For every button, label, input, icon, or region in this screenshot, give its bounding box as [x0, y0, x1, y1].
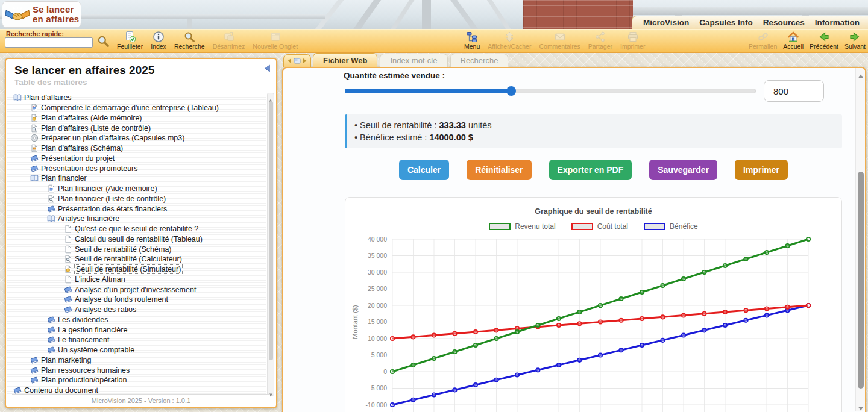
scroll-up-icon[interactable]	[858, 70, 864, 76]
envelope-icon	[554, 31, 566, 43]
toc-item[interactable]: Plan marketing	[7, 355, 266, 366]
toc-item[interactable]: Plan d'affaires (Aide mémoire)	[7, 113, 266, 123]
handshake-icon	[5, 4, 30, 25]
document-check-icon	[124, 31, 136, 43]
legend-item-benefice: Bénéfice	[644, 222, 698, 231]
document-icon	[64, 225, 72, 233]
legend-swatch	[644, 223, 665, 230]
header-photo-decoration	[447, 0, 486, 29]
toolbar-button-feuilleter[interactable]: Feuilleter	[117, 31, 143, 50]
slider-thumb[interactable]	[506, 86, 516, 96]
toc-item[interactable]: Plan financier (Aide mémoire)	[7, 184, 266, 194]
toc-item[interactable]: Seuil de rentabilité (Simulateur)	[7, 264, 266, 275]
app-logo-line1: Se lancer	[33, 5, 79, 14]
toc-scrollbar-thumb[interactable]	[269, 101, 273, 360]
home-icon	[787, 31, 799, 43]
open-book-icon	[47, 214, 55, 223]
blue-book-icon	[47, 205, 55, 213]
quick-search-input[interactable]	[5, 37, 93, 48]
toc-item[interactable]: Analyse des ratios	[7, 305, 266, 315]
toc-item[interactable]: Plan financier	[7, 173, 266, 184]
toolbar-button-precedent[interactable]: Précédent	[810, 31, 838, 50]
toc-item-label: Analyse du fonds roulement	[75, 295, 168, 304]
exporter-en-pdf-button[interactable]: Exporter en PDF	[549, 160, 632, 180]
slider-fill	[345, 89, 511, 93]
share-icon	[594, 31, 606, 43]
tab-recherche[interactable]: Recherche	[450, 54, 509, 67]
toc-item[interactable]: Les dividendes	[7, 315, 266, 325]
tab-index-mot-cle[interactable]: Index mot-clé	[380, 54, 447, 67]
toc-item-label: Analyse d'un projet d'investissement	[75, 286, 196, 294]
toc-item[interactable]: Plan d'affaires (Schéma)	[7, 143, 266, 154]
collapse-sidebar-icon[interactable]	[264, 64, 271, 72]
tab-scroll-left-icon[interactable]	[287, 55, 292, 66]
toolbar-button-index[interactable]: Index	[151, 31, 166, 50]
menu-item-resources[interactable]: Resources	[763, 18, 805, 27]
toolbar-button-menu[interactable]: Menu	[464, 31, 480, 50]
scroll-up-icon[interactable]	[268, 95, 273, 99]
toc-item[interactable]: Plan d'affaires (Liste de contrôle)	[7, 123, 266, 133]
sidebar-divider	[6, 92, 276, 92]
toc-item[interactable]: Seuil de rentabilité (Schéma)	[7, 244, 266, 254]
tab-scroller[interactable]	[283, 54, 311, 67]
imprimer-button[interactable]: Imprimer	[735, 160, 788, 180]
toc-item-label: Plan d'affaires (Liste de contrôle)	[41, 124, 151, 133]
content-scrollbar-thumb[interactable]	[858, 172, 864, 389]
toolbar-button-recherche[interactable]: Recherche	[174, 31, 205, 50]
scroll-down-icon[interactable]	[858, 403, 864, 408]
calculer-button[interactable]: Calculer	[399, 160, 449, 180]
toolbar-button-accueil[interactable]: Accueil	[783, 31, 804, 50]
toc-item[interactable]: Plan financier (Liste de contrôle)	[7, 194, 266, 204]
blue-book-icon	[30, 154, 39, 163]
menu-item-capsules-info[interactable]: Capsules Info	[699, 18, 753, 27]
result-value: 333.33	[439, 120, 466, 130]
quantity-input[interactable]	[764, 80, 824, 102]
toc-item[interactable]: Le financement	[7, 335, 266, 345]
toc-item[interactable]: Analyse financière	[7, 214, 266, 224]
tab-list-icon[interactable]	[294, 55, 301, 66]
sauvegarder-button[interactable]: Sauvegarder	[649, 160, 717, 180]
tab-scroll-right-icon[interactable]	[303, 55, 307, 66]
menu-item-information[interactable]: Information	[815, 18, 860, 27]
toc-item[interactable]: L'indice Altman	[7, 275, 266, 285]
toc-item[interactable]: Analyse du fonds roulement	[7, 295, 266, 305]
toc-item[interactable]: Analyse d'un projet d'investissement	[7, 284, 266, 295]
toc-item[interactable]: Présentation du projet	[7, 154, 266, 164]
link-icon	[757, 31, 769, 43]
audio-icon	[30, 134, 39, 142]
toc-item[interactable]: Plan production/opération	[7, 375, 266, 385]
toc-scrollbar[interactable]	[267, 93, 274, 396]
svg-text:10 000: 10 000	[368, 335, 387, 342]
quantity-slider[interactable]	[345, 86, 756, 96]
toc-item[interactable]: Calcul du seuil de rentabilité (Tableau)	[7, 234, 266, 245]
quick-search-icon[interactable]	[96, 34, 110, 48]
toc-item[interactable]: La gestion financière	[7, 325, 266, 335]
app-logo-text: Se lancer en affaires	[33, 5, 79, 24]
toc-item[interactable]: Préparer un plan d'affaires (Capsules mp…	[7, 133, 266, 143]
toolbar-button-label: Désarrimez	[213, 43, 245, 50]
reinitialiser-button[interactable]: Réinitialiser	[467, 160, 531, 180]
document-note-icon	[64, 265, 72, 273]
menu-item-microvision[interactable]: MicroVision	[643, 18, 689, 27]
tab-fichier-web[interactable]: Fichier Web	[313, 53, 377, 67]
toc-item[interactable]: Comprendre le démarrage d'une entreprise…	[7, 103, 266, 113]
toc-item[interactable]: Plan d'affaires	[7, 93, 266, 103]
toolbar-button-label: Partager	[588, 43, 612, 50]
svg-text:40 000: 40 000	[368, 236, 387, 243]
toc-item[interactable]: Présentation des états financiers	[7, 204, 266, 214]
toc-item[interactable]: Plan ressources humaines	[7, 365, 266, 375]
toolbar-group-navigation: FeuilleterIndexRechercheDésarrimezNouvel…	[117, 31, 298, 50]
scroll-down-icon[interactable]	[268, 389, 273, 394]
toc-item-label: Plan production/opération	[41, 376, 127, 384]
sidebar-title: Se lancer en affaires 2025	[14, 64, 154, 77]
content-scrollbar[interactable]	[855, 68, 865, 411]
top-menu: MicroVisionCapsules InfoResourcesInforma…	[632, 16, 868, 29]
toc-item[interactable]: Un système comptable	[7, 345, 266, 355]
toolbar-button-partager: Partager	[588, 31, 612, 50]
toolbar-button-suivant[interactable]: Suivant	[844, 31, 866, 50]
toc-item-label: Seuil de rentabilité (Schéma)	[75, 245, 172, 254]
toc-item[interactable]: Qu'est-ce que le seuil de rentabilité ?	[7, 224, 266, 234]
toc-item[interactable]: Présentation des promoteurs	[7, 163, 266, 173]
quick-search-label: Recherche rapide:	[6, 30, 64, 37]
toc-item[interactable]: Seuil de rentabilité (Calculateur)	[7, 254, 266, 264]
